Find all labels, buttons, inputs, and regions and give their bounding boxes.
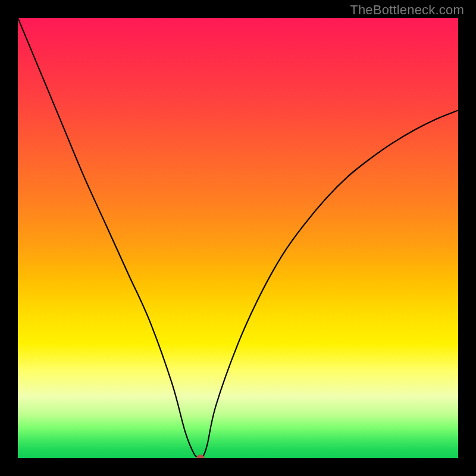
chart-frame: TheBottleneck.com (0, 0, 476, 476)
minimum-marker (196, 455, 205, 458)
attribution-label: TheBottleneck.com (350, 2, 464, 18)
plot-area (18, 18, 458, 458)
bottleneck-curve (18, 18, 458, 458)
